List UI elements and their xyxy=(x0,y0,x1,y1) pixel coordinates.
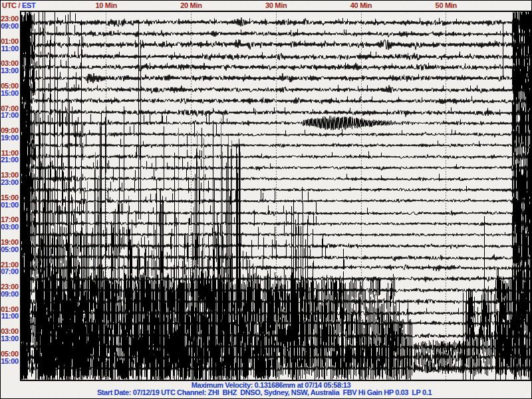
svg-text:11:00: 11:00 xyxy=(1,45,19,53)
svg-text:13:00: 13:00 xyxy=(1,66,19,74)
svg-text:Start Date: 07/12/19 UTC Chann: Start Date: 07/12/19 UTC Channel: ZHI BH… xyxy=(97,388,432,396)
svg-text:17:00: 17:00 xyxy=(1,111,19,119)
svg-text:50 Min: 50 Min xyxy=(436,1,458,9)
svg-text:UTC / EST: UTC / EST xyxy=(2,1,36,9)
svg-text:15:00: 15:00 xyxy=(1,357,19,365)
svg-text:03:00: 03:00 xyxy=(1,223,19,231)
svg-text:07:00: 07:00 xyxy=(1,267,19,275)
svg-text:11:00: 11:00 xyxy=(1,312,19,320)
svg-text:09:00: 09:00 xyxy=(1,22,19,30)
svg-text:10 Min: 10 Min xyxy=(95,1,117,9)
svg-text:30 Min: 30 Min xyxy=(265,1,287,9)
svg-text:Maximum Velocity: 0.131686mm a: Maximum Velocity: 0.131686mm at 07/14 05… xyxy=(192,381,351,389)
svg-text:05:00: 05:00 xyxy=(1,245,19,253)
svg-text:09:00: 09:00 xyxy=(1,290,19,298)
svg-text:01:00: 01:00 xyxy=(1,201,19,209)
svg-text:20 Min: 20 Min xyxy=(180,1,202,9)
svg-text:19:00: 19:00 xyxy=(1,134,19,142)
svg-text:21:00: 21:00 xyxy=(1,156,19,164)
svg-text:23:00: 23:00 xyxy=(1,178,19,186)
svg-text:40 Min: 40 Min xyxy=(350,1,372,9)
svg-text:15:00: 15:00 xyxy=(1,89,19,97)
svg-text:13:00: 13:00 xyxy=(1,334,19,342)
